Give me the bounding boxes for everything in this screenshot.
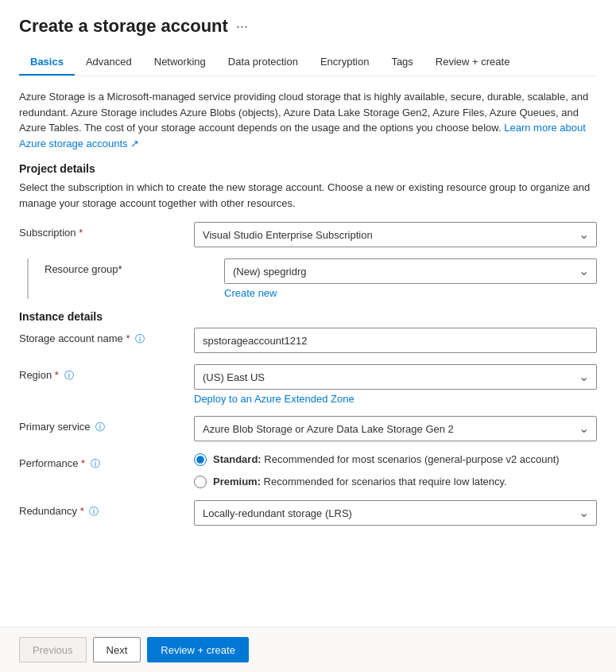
region-required: * <box>55 369 59 381</box>
tab-networking[interactable]: Networking <box>143 49 217 76</box>
subscription-row: Subscription * Visual Studio Enterprise … <box>19 222 597 247</box>
redundancy-required: * <box>80 505 84 517</box>
storage-description: Azure Storage is a Microsoft-managed ser… <box>19 89 597 151</box>
performance-standard-option[interactable]: Standard: Recommended for most scenarios… <box>194 453 597 467</box>
redundancy-info-icon[interactable]: ⓘ <box>89 506 99 517</box>
subscription-select[interactable]: Visual Studio Enterprise Subscription <box>194 222 597 247</box>
subscription-label: Subscription <box>19 227 76 239</box>
performance-info-icon[interactable]: ⓘ <box>91 458 100 469</box>
performance-row: Performance * ⓘ Standard: Recommended fo… <box>19 453 597 489</box>
subscription-required: * <box>79 227 83 239</box>
tab-basics[interactable]: Basics <box>19 49 75 76</box>
region-select[interactable]: (US) East US <box>194 364 597 390</box>
instance-details-section: Instance details <box>19 310 597 323</box>
more-options-icon[interactable]: ··· <box>236 18 248 35</box>
resource-group-select[interactable]: (New) spegridrg <box>224 258 597 284</box>
region-row: Region * ⓘ (US) East US Deploy to an Azu… <box>19 364 597 405</box>
storage-account-name-label: Storage account name <box>19 332 123 344</box>
primary-service-select[interactable]: Azure Blob Storage or Azure Data Lake St… <box>194 416 597 441</box>
tab-review-create[interactable]: Review + create <box>424 49 521 76</box>
primary-service-row: Primary service ⓘ Azure Blob Storage or … <box>19 416 597 441</box>
tab-advanced[interactable]: Advanced <box>75 49 143 76</box>
resource-group-required: * <box>118 263 122 275</box>
review-create-button[interactable]: Review + create <box>147 637 249 662</box>
primary-service-label: Primary service <box>19 421 91 433</box>
performance-standard-radio[interactable] <box>194 453 207 466</box>
previous-button: Previous <box>19 637 87 662</box>
tab-bar: Basics Advanced Networking Data protecti… <box>19 49 597 76</box>
project-details-header: Project details <box>19 162 597 175</box>
next-button[interactable]: Next <box>93 637 141 662</box>
resource-group-label: Resource group <box>45 263 118 275</box>
redundancy-label: Redundancy <box>19 505 77 517</box>
storage-account-name-required: * <box>126 332 130 344</box>
tab-encryption[interactable]: Encryption <box>309 49 380 76</box>
region-label: Region <box>19 369 52 381</box>
storage-account-name-input[interactable] <box>194 328 597 353</box>
primary-service-info-icon[interactable]: ⓘ <box>95 421 105 433</box>
performance-label: Performance <box>19 457 78 469</box>
performance-required: * <box>81 457 85 469</box>
page-title: Create a storage account <box>19 16 228 37</box>
project-details-desc: Select the subscription in which to crea… <box>19 180 597 211</box>
footer: Previous Next Review + create <box>0 627 616 672</box>
deploy-extended-zone-link[interactable]: Deploy to an Azure Extended Zone <box>194 393 354 405</box>
storage-account-name-row: Storage account name * ⓘ <box>19 328 597 353</box>
tab-data-protection[interactable]: Data protection <box>217 49 309 76</box>
performance-radio-group: Standard: Recommended for most scenarios… <box>194 453 597 489</box>
performance-premium-option[interactable]: Premium: Recommended for scenarios that … <box>194 475 597 489</box>
tab-tags[interactable]: Tags <box>380 49 424 76</box>
region-info-icon[interactable]: ⓘ <box>64 370 74 381</box>
performance-premium-radio[interactable] <box>194 476 207 488</box>
redundancy-select[interactable]: Locally-redundant storage (LRS) <box>194 500 597 526</box>
instance-details-header: Instance details <box>19 310 597 323</box>
storage-account-name-info-icon[interactable]: ⓘ <box>135 333 145 344</box>
redundancy-row: Redundancy * ⓘ Locally-redundant storage… <box>19 500 597 526</box>
create-new-resource-group-link[interactable]: Create new <box>224 287 277 299</box>
project-details-section: Project details Select the subscription … <box>19 162 597 211</box>
